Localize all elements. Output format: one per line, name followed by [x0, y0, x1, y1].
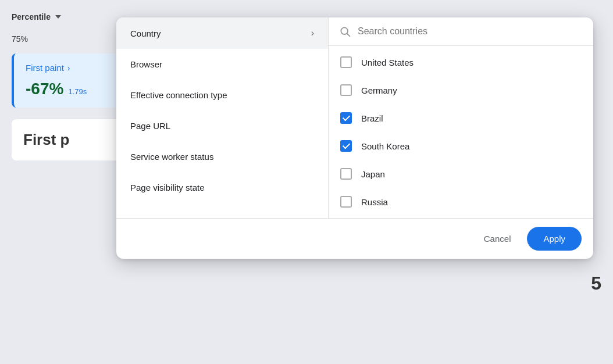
country-name: South Korea: [361, 141, 409, 151]
dropdown-body: Country›BrowserEffective connection type…: [116, 17, 593, 218]
first-paint-big-label: First p: [23, 131, 69, 148]
checkbox-south-korea[interactable]: [340, 140, 352, 152]
checkbox-japan[interactable]: [340, 168, 352, 180]
number-badge: 5: [591, 273, 601, 294]
menu-item-page_visibility[interactable]: Page visibility state: [116, 172, 328, 203]
country-name: Japan: [361, 169, 385, 179]
checkbox-united-states[interactable]: [340, 56, 352, 68]
menu-item-page_url[interactable]: Page URL: [116, 110, 328, 141]
country-item[interactable]: South Korea: [329, 132, 593, 160]
first-paint-card: First paint › -67% 1.79s: [12, 53, 134, 108]
first-paint-arrow: ›: [67, 63, 70, 73]
left-panel: Country›BrowserEffective connection type…: [116, 17, 329, 218]
menu-item-label: Effective connection type: [130, 90, 227, 100]
percentile-label: Percentile: [12, 12, 51, 22]
chevron-down-icon: [55, 15, 61, 19]
checkbox-brazil[interactable]: [340, 112, 352, 124]
country-item[interactable]: United States: [329, 48, 593, 76]
checkbox-russia[interactable]: [340, 196, 352, 208]
first-paint-title: First paint ›: [26, 63, 122, 73]
menu-item-label: Page URL: [130, 121, 170, 131]
checkbox-germany[interactable]: [340, 84, 352, 96]
menu-item-label: Country: [130, 28, 161, 38]
country-name: Germany: [361, 85, 397, 95]
countries-list: United StatesGermanyBrazilSouth KoreaJap…: [329, 46, 593, 218]
first-paint-value: -67%: [26, 80, 63, 98]
first-paint-sub: 1.79s: [68, 87, 87, 96]
menu-item-label: Browser: [130, 59, 162, 69]
menu-item-service_worker[interactable]: Service worker status: [116, 141, 328, 172]
right-panel: United StatesGermanyBrazilSouth KoreaJap…: [329, 17, 593, 218]
search-icon: [339, 26, 351, 37]
country-name: United States: [361, 58, 414, 67]
country-item[interactable]: Japan: [329, 160, 593, 188]
country-item[interactable]: Russia: [329, 188, 593, 216]
menu-item-label: Service worker status: [130, 152, 213, 162]
country-item[interactable]: Germany: [329, 76, 593, 104]
menu-item-arrow: ›: [311, 28, 314, 38]
left-menu: Country›BrowserEffective connection type…: [116, 17, 328, 203]
first-paint-label: First paint: [26, 63, 64, 73]
svg-line-1: [347, 34, 350, 37]
country-name: Russia: [361, 197, 388, 207]
percentile-value: 75%: [12, 34, 28, 44]
search-input[interactable]: [358, 26, 583, 37]
country-item[interactable]: Brazil: [329, 104, 593, 132]
menu-item-country[interactable]: Country›: [116, 17, 328, 49]
filter-dropdown: Country›BrowserEffective connection type…: [116, 17, 593, 259]
apply-button[interactable]: Apply: [527, 227, 582, 251]
cancel-button[interactable]: Cancel: [475, 228, 521, 249]
dropdown-footer: Cancel Apply: [116, 218, 593, 259]
menu-item-browser[interactable]: Browser: [116, 49, 328, 80]
search-bar: [329, 17, 593, 46]
country-name: Brazil: [361, 113, 383, 123]
menu-item-connection_type[interactable]: Effective connection type: [116, 80, 328, 110]
menu-item-label: Page visibility state: [130, 183, 205, 192]
